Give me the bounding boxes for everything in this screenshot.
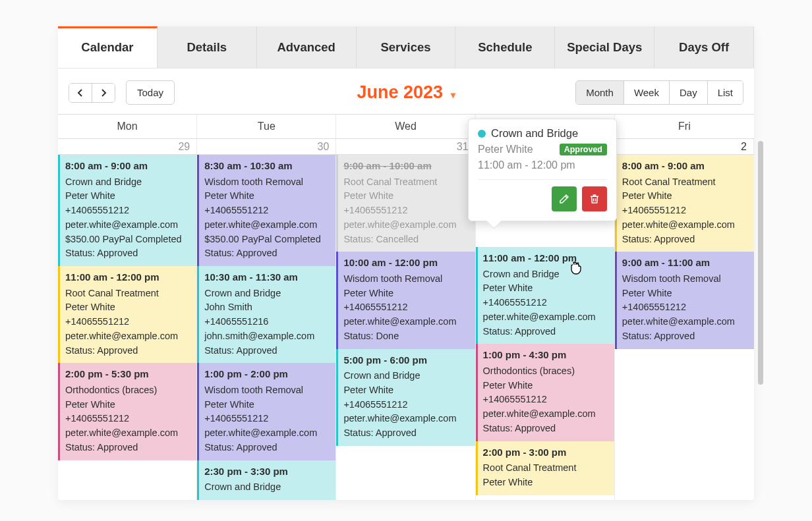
tab-schedule[interactable]: Schedule <box>455 26 555 68</box>
tab-services[interactable]: Services <box>357 26 456 68</box>
event-line: Status: Approved <box>65 344 191 358</box>
event-line: Peter White <box>622 287 749 301</box>
tab-advanced[interactable]: Advanced <box>257 26 357 68</box>
pencil-icon <box>558 193 570 205</box>
date-number-row: 29 30 31 1 2 <box>58 139 754 155</box>
event-line: +14065551216 <box>204 315 330 329</box>
event-card[interactable]: 9:00 am - 10:00 amRoot Canal TreatmentPe… <box>336 155 475 252</box>
date-number[interactable]: 31 <box>336 139 475 154</box>
tab-special-days[interactable]: Special Days <box>555 26 654 68</box>
caret-down-icon: ▾ <box>451 90 455 100</box>
event-line: Peter White <box>204 398 330 412</box>
tabs-bar: Calendar Details Advanced Services Sched… <box>58 26 754 69</box>
event-line: Status: Approved <box>343 426 469 441</box>
event-card[interactable]: 1:00 pm - 2:00 pmWisdom tooth RemovalPet… <box>197 363 335 460</box>
weekday-header: Fri <box>615 115 754 138</box>
event-card[interactable]: 2:00 pm - 5:30 pmOrthodontics (braces)Pe… <box>58 363 196 460</box>
event-line: +14065551212 <box>65 204 191 218</box>
day-column-mon: 8:00 am - 9:00 amCrown and BridgePeter W… <box>58 155 197 500</box>
prev-button[interactable] <box>69 84 92 102</box>
event-line: Crown and Bridge <box>204 287 330 301</box>
event-popover: Crown and Bridge Peter White Approved 11… <box>468 119 617 221</box>
event-line: Orthodontics (braces) <box>65 383 191 398</box>
event-line: +14065551212 <box>343 398 469 412</box>
event-line: peter.white@example.com <box>343 218 469 233</box>
event-line: +14065551212 <box>483 393 609 407</box>
event-line: peter.white@example.com <box>65 218 191 233</box>
event-line: Crown and Bridge <box>343 369 469 383</box>
popover-time: 11:00 am - 12:00 pm <box>478 159 607 171</box>
event-line: +14065551212 <box>622 204 749 218</box>
event-card[interactable]: 2:30 pm - 3:30 pmCrown and Bridge <box>197 460 335 500</box>
popover-title: Crown and Bridge <box>491 127 578 140</box>
event-time: 1:00 pm - 4:30 pm <box>483 348 609 363</box>
event-time: 5:00 pm - 6:00 pm <box>343 353 469 368</box>
date-number[interactable]: 29 <box>58 139 197 154</box>
calendar-grid: Mon Tue Wed Thu Fri 29 30 31 1 2 8:00 am… <box>58 114 754 500</box>
event-line: +14065551212 <box>65 412 191 426</box>
event-card[interactable]: 1:00 pm - 4:30 pmOrthodontics (braces)Pe… <box>476 344 614 441</box>
event-line: Status: Approved <box>204 441 330 455</box>
event-line: Status: Approved <box>204 246 330 261</box>
tab-calendar[interactable]: Calendar <box>58 26 158 68</box>
event-line: Peter White <box>343 287 469 301</box>
popover-separator <box>478 179 607 180</box>
status-badge: Approved <box>560 144 607 155</box>
view-day[interactable]: Day <box>669 81 707 104</box>
view-list[interactable]: List <box>707 81 743 104</box>
next-button[interactable] <box>92 84 115 102</box>
event-line: Wisdom tooth Removal <box>204 175 330 190</box>
tab-days-off[interactable]: Days Off <box>654 26 754 68</box>
popover-name-row: Peter White Approved <box>478 144 607 155</box>
event-line: peter.white@example.com <box>343 412 469 426</box>
date-number[interactable]: 2 <box>615 139 754 154</box>
event-card[interactable]: 2:00 pm - 3:00 pmRoot Canal TreatmentPet… <box>476 441 614 495</box>
event-card[interactable]: 8:00 am - 9:00 amCrown and BridgePeter W… <box>58 155 196 266</box>
event-line: peter.white@example.com <box>65 329 191 344</box>
event-card[interactable]: 8:00 am - 9:00 amRoot Canal TreatmentPet… <box>615 155 754 252</box>
event-line: Status: Done <box>343 329 469 344</box>
event-card[interactable]: 10:00 am - 12:00 pmWisdom tooth RemovalP… <box>336 252 475 348</box>
edit-button[interactable] <box>552 186 577 211</box>
event-line: +14065551212 <box>622 300 749 315</box>
chevron-left-icon <box>77 89 84 97</box>
event-line: Peter White <box>343 189 469 204</box>
event-line: Root Canal Treatment <box>622 175 749 190</box>
popover-person-name: Peter White <box>478 144 533 155</box>
event-line: Peter White <box>65 398 191 412</box>
date-number[interactable]: 30 <box>197 139 336 154</box>
today-button[interactable]: Today <box>126 80 175 105</box>
view-switch: Month Week Day List <box>575 80 743 105</box>
delete-button[interactable] <box>582 186 607 211</box>
event-card[interactable]: 8:30 am - 10:30 amWisdom tooth RemovalPe… <box>197 155 335 266</box>
event-line: $350.00 PayPal Completed <box>65 233 191 247</box>
view-week[interactable]: Week <box>624 81 669 104</box>
event-time: 10:00 am - 12:00 pm <box>343 256 469 271</box>
event-line: Wisdom tooth Removal <box>343 272 469 287</box>
event-line: Crown and Bridge <box>65 175 191 190</box>
event-card[interactable]: 11:00 am - 12:00 pmCrown and BridgePeter… <box>476 247 614 344</box>
event-time: 1:00 pm - 2:00 pm <box>204 367 330 382</box>
tab-details[interactable]: Details <box>158 26 257 68</box>
event-line: Peter White <box>65 189 191 204</box>
event-card[interactable]: 5:00 pm - 6:00 pmCrown and BridgePeter W… <box>336 349 475 446</box>
event-line: Peter White <box>343 383 469 398</box>
weekday-header: Wed <box>336 115 475 138</box>
event-line: Crown and Bridge <box>483 267 609 282</box>
view-month[interactable]: Month <box>576 81 624 104</box>
event-time: 9:00 am - 11:00 am <box>622 256 749 271</box>
event-line: Status: Approved <box>65 441 191 455</box>
scrollbar-thumb[interactable] <box>758 141 763 385</box>
event-line: +14065551212 <box>204 412 330 426</box>
event-line: Root Canal Treatment <box>65 287 191 301</box>
event-line: Orthodontics (braces) <box>483 364 609 379</box>
event-line: Peter White <box>483 476 609 490</box>
event-card[interactable]: 9:00 am - 11:00 amWisdom tooth RemovalPe… <box>615 252 754 348</box>
scrollbar[interactable] <box>758 141 763 500</box>
event-line: Root Canal Treatment <box>483 461 609 476</box>
event-line: Status: Approved <box>483 422 609 436</box>
event-card[interactable]: 11:00 am - 12:00 pmRoot Canal TreatmentP… <box>58 266 196 363</box>
event-card[interactable]: 10:30 am - 11:30 amCrown and BridgeJohn … <box>197 266 335 363</box>
event-line: +14065551212 <box>204 204 330 218</box>
event-line: peter.white@example.com <box>343 315 469 329</box>
